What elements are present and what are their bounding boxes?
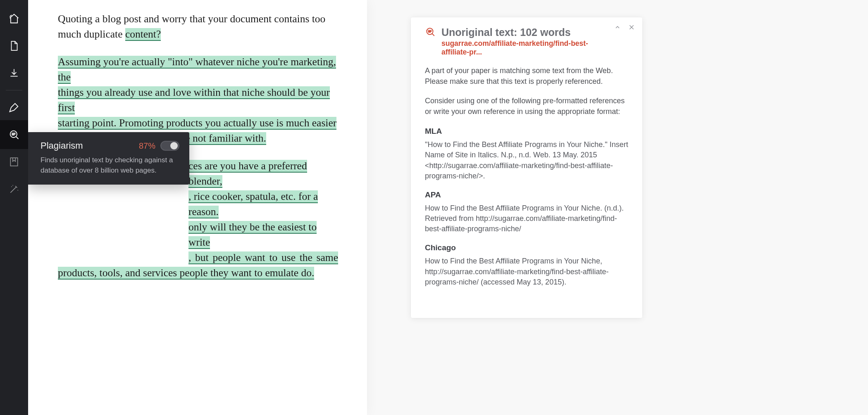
panel-message: Consider using one of the following pre-…	[425, 96, 628, 117]
plagiarism-toggle[interactable]	[160, 141, 179, 151]
collapse-icon[interactable]	[613, 23, 622, 31]
highlighted-text[interactable]: Assuming you're actually "into" whatever…	[58, 56, 336, 84]
paragraph-1: Quoting a blog post and worry that your …	[58, 12, 338, 42]
panel-message: A part of your paper is matching some te…	[425, 66, 628, 87]
highlighted-text[interactable]: only will they be the easiest to write	[188, 221, 317, 249]
highlighted-text[interactable]: content?	[125, 28, 161, 41]
highlighted-text[interactable]: ces are you have a preferred blender,	[188, 160, 307, 188]
highlighted-text[interactable]: things you already use and love within t…	[58, 86, 330, 114]
sidebar	[0, 0, 28, 415]
popover-title: Plagiarism	[41, 140, 83, 151]
plagiarism-result-panel: Unoriginal text: 102 words sugarrae.com/…	[411, 17, 642, 318]
plagiarism-icon[interactable]	[8, 128, 20, 141]
chicago-citation[interactable]: How to Find the Best Affiliate Programs …	[425, 256, 628, 287]
source-link[interactable]: sugarrae.com/affiliate-marketing/find-be…	[441, 39, 608, 57]
highlighted-text[interactable]: starting point. Promoting products you a…	[58, 117, 336, 130]
plagiarism-popover: Plagiarism 87% Finds unoriginal text by …	[28, 132, 189, 185]
svg-rect-1	[10, 158, 17, 166]
apa-citation[interactable]: How to Find the Best Affiliate Programs …	[425, 203, 628, 235]
document-icon[interactable]	[8, 40, 20, 52]
chicago-label: Chicago	[425, 242, 628, 254]
plagiarism-result-icon	[425, 26, 436, 39]
sidebar-divider	[6, 90, 22, 90]
mla-citation[interactable]: "How to Find the Best Affiliate Programs…	[425, 140, 628, 181]
pen-icon[interactable]	[8, 101, 20, 114]
popover-description: Finds unoriginal text by checking agains…	[41, 155, 179, 175]
bookmark-icon[interactable]	[8, 156, 20, 168]
mla-label: MLA	[425, 126, 628, 137]
close-icon[interactable]	[627, 23, 636, 31]
highlighted-text[interactable]: , rice cooker, spatula, etc. for a reaso…	[188, 190, 318, 218]
home-icon[interactable]	[8, 12, 20, 25]
download-icon[interactable]	[8, 67, 20, 79]
highlighted-text[interactable]: products, tools, and services people the…	[58, 267, 314, 280]
wand-icon[interactable]	[8, 183, 20, 195]
highlighted-text[interactable]: , but people want to use the same	[188, 251, 338, 264]
plagiarism-percentage: 87%	[139, 141, 155, 151]
document-editor[interactable]: Quoting a blog post and worry that your …	[28, 0, 367, 415]
panel-title: Unoriginal text: 102 words	[441, 26, 608, 38]
apa-label: APA	[425, 190, 628, 201]
